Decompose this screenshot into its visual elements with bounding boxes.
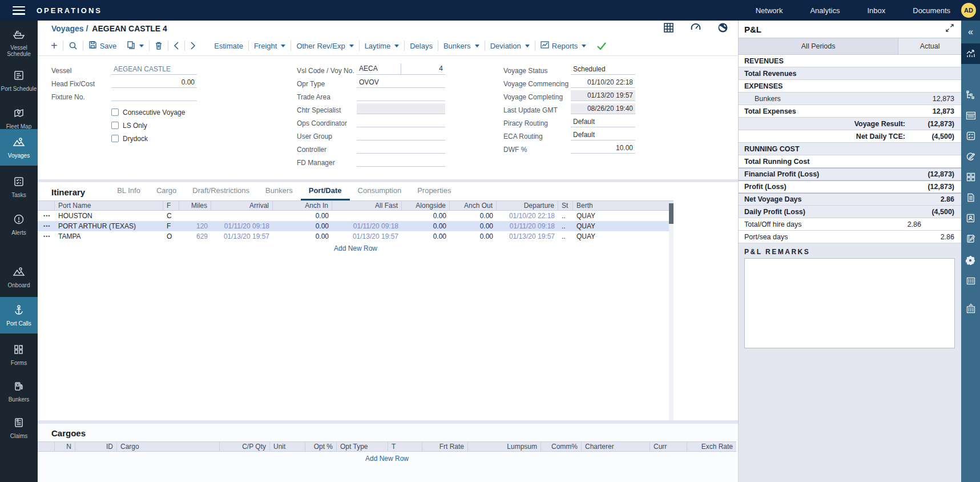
row-menu-icon[interactable]: ••• xyxy=(38,234,55,239)
laytime-button[interactable]: Laytime xyxy=(360,42,405,50)
itinerary-add-new-row-link[interactable]: Add New Row xyxy=(38,242,674,252)
cargoes-add-new-row-link[interactable]: Add New Row xyxy=(38,452,736,463)
itinerary-row[interactable]: ••• TAMPA O 629 01/13/20 19:57 0.00 01/1… xyxy=(38,231,674,242)
drydock-checkbox[interactable]: Drydock xyxy=(111,132,197,145)
sidebar-item-port-schedule[interactable]: Port Schedule xyxy=(0,64,38,97)
ls-only-checkbox[interactable]: LS Only xyxy=(111,119,197,132)
controller-field[interactable] xyxy=(357,143,445,154)
tab-cargo[interactable]: Cargo xyxy=(148,186,184,200)
delete-button[interactable] xyxy=(150,41,168,50)
freight-button[interactable]: Freight xyxy=(249,42,291,50)
id-badge-icon[interactable] xyxy=(961,208,980,228)
row-menu-icon[interactable]: ••• xyxy=(38,213,55,219)
document-icon[interactable] xyxy=(961,187,980,208)
voyage-status-field[interactable]: Scheduled xyxy=(571,64,635,75)
save-button[interactable]: Save xyxy=(83,41,122,51)
dwf-field[interactable]: 10.00 xyxy=(571,143,635,154)
trade-area-field[interactable] xyxy=(357,90,445,101)
table-icon[interactable] xyxy=(961,105,980,126)
tab-port-date[interactable]: Port/Date xyxy=(301,186,350,200)
voyage-commencing-field[interactable]: 01/10/20 22:18 xyxy=(571,77,635,88)
hierarchy-icon[interactable] xyxy=(961,85,980,105)
previous-button[interactable] xyxy=(168,42,184,50)
sidebar-item-claims[interactable]: Claims xyxy=(0,411,38,444)
piracy-routing-field[interactable]: Default xyxy=(571,117,635,127)
tab-properties[interactable]: Properties xyxy=(409,186,459,200)
eca-routing-field[interactable]: Default xyxy=(571,130,635,140)
reports-button[interactable]: Reports xyxy=(535,41,592,50)
voy-no-field[interactable]: 4 xyxy=(401,63,445,74)
notebook-edit-icon[interactable] xyxy=(961,228,980,249)
deviation-button[interactable]: Deviation xyxy=(485,42,535,50)
sidebar-item-voyages[interactable]: Voyages xyxy=(0,129,38,166)
head-fix-cost-field[interactable]: 0.00 xyxy=(111,77,197,88)
sidebar-item-onboard[interactable]: Onboard xyxy=(0,260,38,294)
expand-icon[interactable] xyxy=(945,23,954,35)
fixture-no-field[interactable] xyxy=(111,90,197,101)
sidebar-item-alerts[interactable]: Alerts xyxy=(0,208,38,241)
container-icon[interactable] xyxy=(961,271,980,291)
nav-item-documents[interactable]: Documents xyxy=(913,6,950,15)
itinerary-row[interactable]: ••• HOUSTON C 0.00 0.00 0.00 01/10/20 22… xyxy=(38,211,674,221)
alert-circle-icon xyxy=(13,214,25,227)
gear-icon[interactable] xyxy=(961,250,980,271)
other-revexp-button[interactable]: Other Rev/Exp xyxy=(291,42,358,50)
opr-type-field[interactable]: OVOV xyxy=(357,77,445,88)
pnl-row-total-revenues: Total Revenues xyxy=(739,67,961,80)
pnl-row-bunkers[interactable]: Bunkers12,873 xyxy=(739,93,961,105)
itinerary-scrollbar[interactable] xyxy=(669,203,674,441)
tab-all-periods[interactable]: All Periods xyxy=(739,38,898,54)
sidebar-item-port-calls[interactable]: Port Calls xyxy=(0,297,38,334)
nav-item-inbox[interactable]: Inbox xyxy=(867,6,885,15)
container-crane-icon[interactable] xyxy=(961,298,980,319)
menu-icon[interactable] xyxy=(13,6,25,15)
gauge-icon[interactable] xyxy=(690,22,701,35)
add-button[interactable]: + xyxy=(46,39,63,53)
user-group-field[interactable] xyxy=(357,130,445,140)
tab-bl-info[interactable]: BL Info xyxy=(109,186,148,200)
pnl-remarks-textarea[interactable] xyxy=(744,258,955,348)
checklist-icon[interactable] xyxy=(961,126,980,146)
pnl-row-expenses: EXPENSES xyxy=(739,80,961,93)
chtr-specialist-field[interactable] xyxy=(357,103,445,114)
breadcrumb-voyages-link[interactable]: Voyages / xyxy=(51,24,88,33)
nav-item-network[interactable]: Network xyxy=(756,6,783,15)
tab-draft-restrictions[interactable]: Draft/Restrictions xyxy=(184,186,257,200)
globe-icon[interactable] xyxy=(717,22,728,35)
delays-button[interactable]: Delays xyxy=(405,42,438,50)
sidebar-item-vessel-schedule[interactable]: Vessel Schedule xyxy=(0,26,38,59)
itinerary-row-selected[interactable]: ••• PORT ARTHUR (TEXAS) F 120 01/11/20 0… xyxy=(38,221,674,231)
sidebar-item-label: Port Calls xyxy=(6,320,31,327)
sidebar-item-tasks[interactable]: Tasks xyxy=(0,170,38,203)
tab-bunkers[interactable]: Bunkers xyxy=(257,186,301,200)
next-button[interactable] xyxy=(185,42,201,50)
app-title: OPERATIONS xyxy=(37,6,102,15)
collapse-panel-icon[interactable]: « xyxy=(961,21,980,43)
pnl-chart-icon[interactable] xyxy=(961,43,980,64)
vsl-code-field[interactable]: AECA xyxy=(357,63,401,74)
tab-actual[interactable]: Actual xyxy=(898,38,961,54)
nav-item-analytics[interactable]: Analytics xyxy=(810,6,840,15)
gauge-edit-icon[interactable] xyxy=(961,146,980,167)
row-menu-icon[interactable]: ••• xyxy=(38,223,55,229)
left-sidebar: Vessel Schedule Port Schedule Fleet Map … xyxy=(0,21,38,482)
copy-button[interactable] xyxy=(122,41,149,51)
consecutive-voyage-checkbox[interactable]: Consecutive Voyage xyxy=(111,106,197,119)
grid-view-icon[interactable] xyxy=(663,22,674,35)
estimate-button[interactable]: Estimate xyxy=(209,42,248,50)
forms-icon[interactable] xyxy=(961,167,980,187)
fd-manager-field[interactable] xyxy=(357,156,445,167)
bunkers-button[interactable]: Bunkers xyxy=(438,42,485,50)
validate-check-icon[interactable] xyxy=(591,42,612,50)
avatar[interactable]: AD xyxy=(961,3,976,18)
tab-consumption[interactable]: Consumption xyxy=(350,186,410,200)
itinerary-header-row: Port Name F Miles Arrival Anch In All Fa… xyxy=(38,200,674,211)
search-button[interactable] xyxy=(63,41,83,50)
sidebar-item-label: Tasks xyxy=(11,192,26,198)
form-col-left: VesselAEGEAN CASTLE Head Fix/Cost0.00 Fi… xyxy=(51,62,197,145)
scrollbar-thumb[interactable] xyxy=(669,203,674,224)
sidebar-item-forms[interactable]: Forms xyxy=(0,338,38,371)
vessel-field[interactable]: AEGEAN CASTLE xyxy=(111,64,197,75)
ops-coordinator-field[interactable] xyxy=(357,117,445,127)
sidebar-item-bunkers[interactable]: Bunkers xyxy=(0,375,38,408)
